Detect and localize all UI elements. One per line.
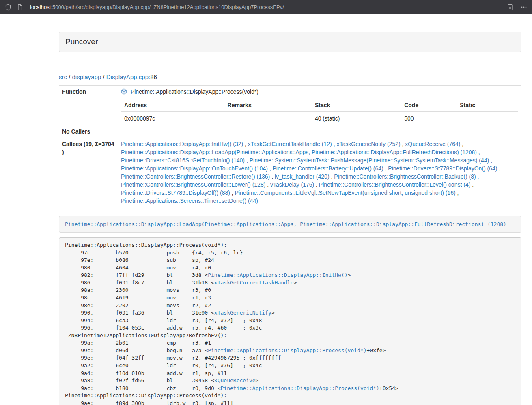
overflow-menu-icon[interactable] — [521, 4, 527, 11]
stack-value: 40 (static) — [312, 112, 401, 125]
function-table: Function Pinetime::Applications::Display… — [59, 85, 521, 207]
callee-link[interactable]: Pinetime::Drivers::St7789::DisplayOn() (… — [388, 165, 497, 172]
shield-icon[interactable] — [5, 4, 11, 11]
callee-link[interactable]: Pinetime::Controllers::BrightnessControl… — [121, 181, 265, 188]
callee-link[interactable]: Pinetime::Drivers::Cst816S::GetTouchInfo… — [121, 157, 245, 164]
callee-link[interactable]: Pinetime::Controllers::BrightnessControl… — [334, 173, 476, 180]
column-address: Address — [121, 99, 224, 112]
no-callers-label: No Callers — [59, 125, 118, 138]
no-callers-row: No Callers — [59, 125, 521, 138]
callees-row: Callees (19, Σ=3704 ) Pinetime::Applicat… — [59, 138, 521, 207]
breadcrumb-displayapp[interactable]: displayapp — [72, 73, 101, 80]
callee-link[interactable]: Pinetime::Controllers::BrightnessControl… — [121, 173, 270, 180]
callee-link[interactable]: Pinetime::Applications::DisplayApp::Load… — [121, 149, 477, 155]
asm-symbol-link[interactable]: Pinetime::Applications::DisplayApp::Proc… — [221, 385, 379, 391]
divider — [59, 65, 521, 65]
callees-label: Callees (19, Σ=3704 ) — [59, 138, 118, 207]
address-value: 0x0000097c — [121, 112, 224, 125]
stats-data-row: 0x0000097c 40 (static) 500 — [121, 112, 518, 125]
callee-link[interactable]: lv_task_handler (420) — [275, 173, 330, 180]
callee-link[interactable]: Pinetime::Drivers::St7789::DisplayOff() … — [121, 190, 230, 196]
browser-toolbar: localhost:5000/path/src/displayapp/Displ… — [0, 0, 532, 14]
column-remarks: Remarks — [224, 99, 312, 112]
callee-link[interactable]: Pinetime::Applications::Screens::Timer::… — [121, 198, 258, 204]
code-value: 500 — [401, 112, 457, 125]
callee-link[interactable]: Pinetime::Controllers::Battery::Update()… — [273, 165, 383, 172]
callees-list: Pinetime::Applications::DisplayApp::Init… — [118, 138, 521, 207]
asm-symbol-link[interactable]: Pinetime::Applications::DisplayApp::Proc… — [208, 347, 366, 353]
callee-link[interactable]: Pinetime::Applications::DisplayApp::Init… — [121, 141, 243, 147]
method-icon — [121, 88, 127, 97]
callee-link[interactable]: Pinetime::Controllers::BrightnessControl… — [319, 181, 470, 188]
main-content: Puncover src / displayapp / DisplayApp.c… — [59, 32, 521, 405]
disassembly-block: Pinetime::Applications::DisplayApp::Proc… — [59, 237, 521, 405]
column-stack: Stack — [312, 99, 401, 112]
stats-row: Address Remarks Stack Code Static 0x0000… — [59, 99, 521, 125]
callee-link[interactable]: xTaskGetCurrentTaskHandle (12) — [248, 141, 332, 147]
asm-symbol-link[interactable]: Pinetime::Applications::DisplayApp::Init… — [208, 272, 347, 278]
breadcrumb-separator: / — [103, 73, 104, 80]
callee-link[interactable]: Pinetime::Components::LittleVgl::SetNewT… — [235, 190, 456, 196]
function-stats-table: Address Remarks Stack Code Static 0x0000… — [121, 99, 518, 125]
breadcrumb-separator: / — [69, 73, 70, 80]
reader-mode-icon[interactable] — [507, 4, 513, 11]
url-bar[interactable]: localhost:5000/path/src/displayapp/Displ… — [30, 4, 500, 10]
callee-link[interactable]: vTaskDelay (176) — [270, 181, 314, 188]
callee-link[interactable]: xQueueReceive (764) — [405, 141, 460, 147]
breadcrumb-src[interactable]: src — [59, 73, 67, 80]
remarks-value — [224, 112, 312, 125]
callee-link[interactable]: xTaskGenericNotify (252) — [336, 141, 400, 147]
static-value — [457, 112, 518, 125]
breadcrumb-line-number: :86 — [149, 73, 157, 80]
callee-link[interactable]: Pinetime::System::SystemTask::PushMessag… — [250, 157, 489, 164]
function-row: Function Pinetime::Applications::Display… — [59, 86, 521, 99]
selected-callee-link[interactable]: Pinetime::Applications::DisplayApp::Load… — [65, 221, 506, 227]
asm-symbol-link[interactable]: xTaskGetCurrentTaskHandle — [214, 280, 294, 286]
page-title: Puncover — [65, 37, 98, 46]
callee-link[interactable]: Pinetime::Applications::DisplayApp::OnTo… — [121, 165, 268, 172]
app-title-panel: Puncover — [59, 32, 521, 52]
asm-symbol-link[interactable]: xTaskGenericNotify — [214, 310, 271, 316]
function-label: Function — [59, 86, 118, 99]
page-icon[interactable] — [17, 4, 23, 11]
url-host: localhost — [30, 4, 51, 10]
function-name: Pinetime::Applications::DisplayApp::Proc… — [131, 88, 258, 95]
breadcrumb: src / displayapp / DisplayApp.cpp:86 — [59, 73, 521, 80]
column-static: Static — [457, 99, 518, 112]
asm-symbol-link[interactable]: xQueueReceive — [214, 377, 256, 383]
url-path: :5000/path/src/displayapp/DisplayApp.cpp… — [51, 4, 284, 10]
breadcrumb-file[interactable]: DisplayApp.cpp — [106, 73, 149, 80]
selected-callee-panel: Pinetime::Applications::DisplayApp::Load… — [59, 216, 521, 233]
column-code: Code — [401, 99, 457, 112]
